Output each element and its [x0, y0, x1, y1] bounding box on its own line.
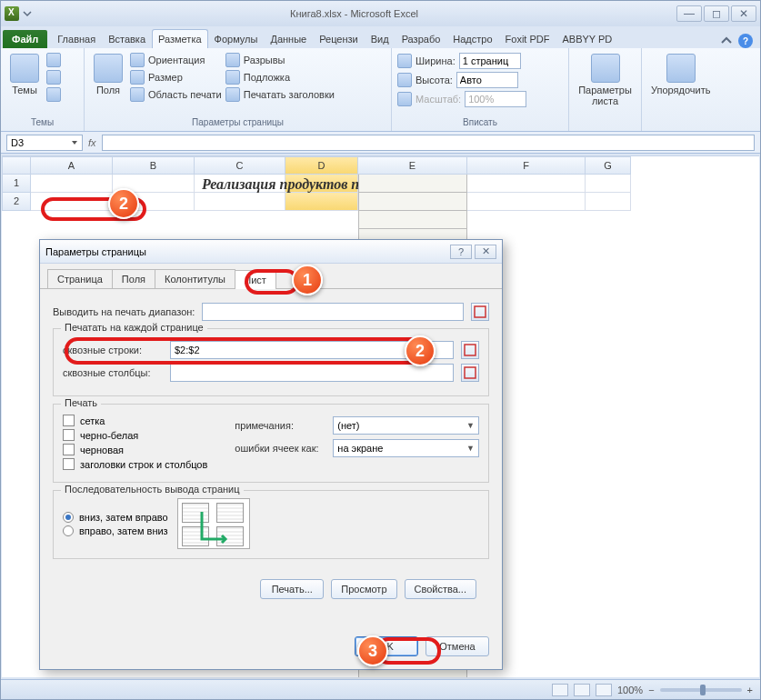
tab-data[interactable]: Данные — [264, 29, 313, 48]
fx-icon[interactable]: fx — [88, 137, 96, 148]
order-down-radio[interactable] — [63, 512, 74, 523]
tab-foxit[interactable]: Foxit PDF — [499, 29, 556, 48]
col-header-e[interactable]: E — [358, 156, 467, 175]
themes-button[interactable]: Темы — [6, 52, 43, 97]
minimize-button[interactable]: — — [676, 5, 702, 22]
dialog-tabs: Страница Поля Колонтитулы Лист — [40, 264, 502, 289]
tab-insert[interactable]: Вставка — [102, 29, 152, 48]
margins-button[interactable]: Поля — [90, 52, 126, 97]
bw-checkbox[interactable] — [63, 429, 75, 441]
errors-select[interactable]: на экране▼ — [333, 439, 479, 457]
preview-button[interactable]: Просмотр — [331, 579, 396, 599]
comments-select[interactable]: (нет)▼ — [333, 416, 479, 435]
group-page-setup-label: Параметры страницы — [90, 115, 386, 127]
dialog-tab-headers[interactable]: Колонтитулы — [155, 269, 235, 288]
tab-addins[interactable]: Надстро — [446, 29, 498, 48]
qat-dropdown-icon[interactable] — [23, 9, 32, 18]
dialog-help-button[interactable]: ? — [450, 245, 472, 259]
order-over-radio[interactable] — [63, 525, 74, 536]
cols-repeat-label: сквозные столбцы: — [63, 367, 163, 378]
print-range-input[interactable] — [202, 303, 464, 321]
zoom-slider[interactable] — [660, 688, 742, 692]
rows-repeat-label: сквозные строки: — [63, 345, 163, 355]
scale-label: Масштаб: — [416, 94, 461, 105]
page-layout-view-button[interactable] — [574, 684, 590, 696]
app-window: Книга8.xlsx - Microsoft Excel — ◻ ✕ Файл… — [0, 0, 761, 700]
repeat-group-label: Печатать на каждой странице — [61, 322, 207, 333]
col-header-d[interactable]: D — [285, 156, 358, 175]
arrange-button[interactable]: Упорядочить — [647, 52, 714, 97]
height-input[interactable] — [456, 72, 518, 88]
margins-icon — [94, 54, 123, 83]
print-button[interactable]: Печать... — [260, 579, 324, 599]
col-header-f[interactable]: F — [467, 156, 586, 175]
background-icon — [225, 70, 240, 85]
formula-bar: D3 fx — [1, 132, 760, 154]
name-box[interactable]: D3 — [6, 135, 83, 151]
tab-page-layout[interactable]: Разметка — [152, 29, 208, 48]
formula-input[interactable] — [102, 135, 755, 151]
zoom-out-button[interactable]: − — [648, 685, 654, 695]
normal-view-button[interactable] — [552, 684, 568, 696]
print-area-button[interactable]: Область печати — [130, 86, 222, 103]
arrange-label: Упорядочить — [651, 85, 710, 95]
select-all-corner[interactable] — [2, 156, 31, 175]
tab-formulas[interactable]: Формулы — [208, 29, 265, 48]
size-icon — [130, 70, 145, 85]
row-header-1[interactable]: 1 — [2, 175, 31, 193]
cols-repeat-picker-button[interactable] — [461, 364, 479, 382]
cancel-button[interactable]: Отмена — [426, 636, 489, 656]
close-button[interactable]: ✕ — [731, 5, 756, 22]
tab-developer[interactable]: Разрабо — [396, 29, 447, 48]
page-break-view-button[interactable] — [596, 684, 612, 696]
print-range-label: Выводить на печать диапазон: — [53, 306, 195, 317]
theme-effects-button[interactable] — [46, 86, 61, 103]
zoom-in-button[interactable]: + — [747, 685, 753, 695]
orientation-button[interactable]: Ориентация — [130, 52, 222, 68]
grid-checkbox[interactable] — [63, 415, 75, 426]
col-header-b[interactable]: B — [113, 156, 195, 175]
col-header-c[interactable]: C — [195, 156, 285, 175]
sheet-options-button[interactable]: Параметры листа — [575, 52, 636, 108]
width-label: Ширина: — [416, 55, 456, 66]
headings-checkbox[interactable] — [63, 458, 75, 470]
bw-checkbox-label: черно-белая — [80, 430, 138, 441]
maximize-button[interactable]: ◻ — [704, 5, 729, 22]
print-titles-button[interactable]: Печатать заголовки — [225, 86, 335, 103]
headings-checkbox-label: заголовки строк и столбцов — [80, 459, 207, 470]
tab-abbyy[interactable]: ABBYY PD — [556, 29, 618, 48]
tab-home[interactable]: Главная — [51, 29, 102, 48]
breaks-icon — [225, 53, 240, 67]
dialog-tab-sheet[interactable]: Лист — [235, 270, 276, 289]
dialog-tab-page[interactable]: Страница — [47, 269, 113, 288]
col-header-a[interactable]: A — [31, 156, 113, 175]
theme-fonts-button[interactable] — [46, 69, 61, 85]
window-title: Книга8.xlsx - Microsoft Excel — [32, 8, 676, 19]
print-group-label: Печать — [61, 397, 101, 408]
rows-repeat-picker-button[interactable] — [461, 341, 479, 359]
dialog-titlebar[interactable]: Параметры страницы ? ✕ — [40, 240, 502, 264]
order-group-label: Последовательность вывода страниц — [61, 484, 244, 495]
tab-view[interactable]: Вид — [365, 29, 396, 48]
theme-colors-button[interactable] — [46, 52, 61, 68]
width-input[interactable] — [459, 53, 521, 69]
cols-repeat-input[interactable] — [170, 364, 454, 382]
order-over-label: вправо, затем вниз — [79, 525, 168, 536]
dialog-close-button[interactable]: ✕ — [475, 245, 496, 259]
print-range-picker-button[interactable] — [471, 303, 489, 321]
properties-button[interactable]: Свойства... — [405, 579, 476, 599]
effects-icon — [46, 87, 61, 102]
namebox-dropdown-icon[interactable] — [71, 139, 78, 146]
help-icon[interactable]: ? — [738, 34, 753, 48]
file-tab[interactable]: Файл — [3, 30, 47, 48]
minimize-ribbon-icon[interactable] — [720, 35, 733, 47]
breaks-button[interactable]: Разрывы — [225, 52, 335, 68]
dialog-tab-margins[interactable]: Поля — [112, 269, 155, 288]
tab-review[interactable]: Рецензи — [313, 29, 365, 48]
row-header-2[interactable]: 2 — [2, 193, 31, 211]
background-button[interactable]: Подложка — [225, 69, 335, 85]
col-header-g[interactable]: G — [586, 156, 631, 175]
print-area-icon — [130, 87, 145, 102]
draft-checkbox[interactable] — [63, 444, 75, 455]
size-button[interactable]: Размер — [130, 69, 222, 85]
